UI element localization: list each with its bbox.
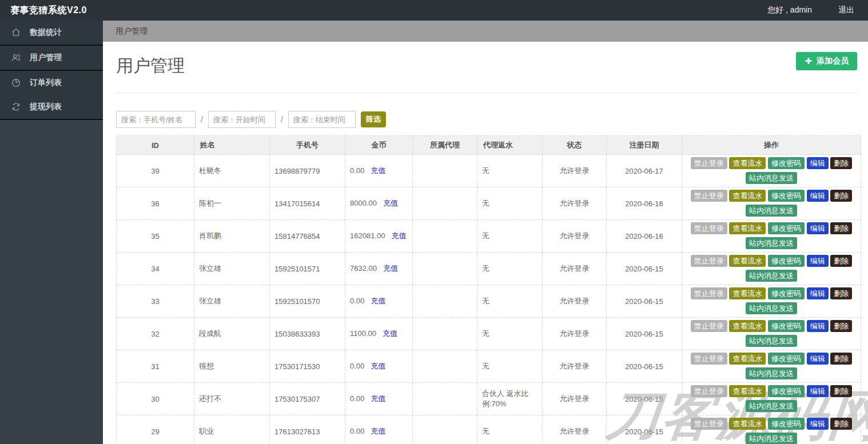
recharge-link[interactable]: 充值 xyxy=(383,199,398,207)
coins-amount: 0.00 xyxy=(350,297,364,305)
ban-login-button[interactable]: 禁止登录 xyxy=(691,222,727,234)
cell-agent xyxy=(413,285,477,318)
ban-login-button[interactable]: 禁止登录 xyxy=(691,353,727,365)
sidebar-item-user-management[interactable]: 用户管理 xyxy=(0,46,103,70)
search-end-time-input[interactable] xyxy=(288,111,356,128)
recharge-link[interactable]: 充值 xyxy=(383,329,397,338)
cell-id: 34 xyxy=(117,253,194,285)
change-password-button[interactable]: 修改密码 xyxy=(768,255,805,267)
send-site-message-button[interactable]: 站内消息发送 xyxy=(746,335,797,347)
edit-button[interactable]: 编辑 xyxy=(807,320,829,332)
ban-login-button[interactable]: 禁止登录 xyxy=(691,320,727,332)
view-flow-button[interactable]: 查看流水 xyxy=(729,287,766,299)
view-flow-button[interactable]: 查看流水 xyxy=(729,157,766,169)
delete-button[interactable]: 删除 xyxy=(830,157,852,169)
send-site-message-button[interactable]: 站内消息发送 xyxy=(746,237,797,249)
send-site-message-button[interactable]: 站内消息发送 xyxy=(746,367,797,379)
users-icon xyxy=(11,53,21,63)
change-password-button[interactable]: 修改密码 xyxy=(768,222,805,234)
delete-button[interactable]: 删除 xyxy=(830,385,852,397)
delete-button[interactable]: 删除 xyxy=(830,190,852,202)
recharge-link[interactable]: 充值 xyxy=(371,166,385,175)
header-id: ID xyxy=(117,136,194,155)
change-password-button[interactable]: 修改密码 xyxy=(768,320,805,332)
change-password-button[interactable]: 修改密码 xyxy=(768,287,805,299)
sidebar-item-order-list[interactable]: 订单列表 xyxy=(0,71,103,95)
send-site-message-button[interactable]: 站内消息发送 xyxy=(746,433,797,444)
view-flow-button[interactable]: 查看流水 xyxy=(729,418,766,430)
change-password-button[interactable]: 修改密码 xyxy=(768,385,805,397)
filter-button[interactable]: 筛选 xyxy=(361,111,386,127)
header-coins: 金币 xyxy=(345,136,413,155)
recharge-link[interactable]: 充值 xyxy=(371,297,385,305)
header-rebate: 代理返水 xyxy=(477,136,543,155)
edit-button[interactable]: 编辑 xyxy=(807,255,829,267)
edit-button[interactable]: 编辑 xyxy=(807,190,829,202)
recharge-link[interactable]: 充值 xyxy=(383,264,398,273)
refresh-icon xyxy=(11,102,21,112)
change-password-button[interactable]: 修改密码 xyxy=(768,157,805,169)
logout-link[interactable]: 退出 xyxy=(838,5,854,15)
cell-reg-date: 2020-06-17 xyxy=(607,155,682,187)
send-site-message-button[interactable]: 站内消息发送 xyxy=(746,205,797,217)
cell-reg-date: 2020-06-15 xyxy=(607,350,682,383)
search-start-time-input[interactable] xyxy=(208,111,276,128)
recharge-link[interactable]: 充值 xyxy=(371,427,385,435)
app-title: 赛事竞猜系统V2.0 xyxy=(0,5,103,17)
cell-rebate: 无 xyxy=(477,220,543,253)
edit-button[interactable]: 编辑 xyxy=(807,287,829,299)
cell-agent xyxy=(413,318,477,350)
delete-button[interactable]: 删除 xyxy=(830,255,852,267)
ban-login-button[interactable]: 禁止登录 xyxy=(691,418,727,430)
cell-coins: 8000.00充值 xyxy=(345,187,413,220)
recharge-link[interactable]: 充值 xyxy=(391,231,406,240)
recharge-link[interactable]: 充值 xyxy=(371,394,385,403)
delete-button[interactable]: 删除 xyxy=(830,287,852,299)
recharge-link[interactable]: 充值 xyxy=(371,362,385,370)
ban-login-button[interactable]: 禁止登录 xyxy=(691,157,727,169)
edit-button[interactable]: 编辑 xyxy=(807,157,829,169)
send-site-message-button[interactable]: 站内消息发送 xyxy=(746,172,797,184)
cell-agent xyxy=(413,220,477,253)
cell-phone: 13698879779 xyxy=(270,155,345,187)
breadcrumb: 用户管理 xyxy=(116,26,148,37)
ban-login-button[interactable]: 禁止登录 xyxy=(691,287,727,299)
search-phone-name-input[interactable] xyxy=(116,111,196,128)
cell-id: 31 xyxy=(117,350,194,383)
view-flow-button[interactable]: 查看流水 xyxy=(729,222,766,234)
edit-button[interactable]: 编辑 xyxy=(807,222,829,234)
cell-rebate: 合伙人 返水比例:70% xyxy=(477,383,543,415)
ban-login-button[interactable]: 禁止登录 xyxy=(691,385,727,397)
send-site-message-button[interactable]: 站内消息发送 xyxy=(746,302,797,314)
delete-button[interactable]: 删除 xyxy=(830,320,852,332)
cell-name: 张立雄 xyxy=(194,253,270,285)
cell-phone: 17530171530 xyxy=(270,350,345,383)
coins-amount: 162081.00 xyxy=(350,231,385,240)
view-flow-button[interactable]: 查看流水 xyxy=(729,190,766,202)
cell-rebate: 无 xyxy=(477,318,543,350)
delete-button[interactable]: 删除 xyxy=(830,418,852,430)
view-flow-button[interactable]: 查看流水 xyxy=(729,353,766,365)
coins-amount: 8000.00 xyxy=(350,199,377,207)
change-password-button[interactable]: 修改密码 xyxy=(768,418,805,430)
change-password-button[interactable]: 修改密码 xyxy=(768,190,805,202)
view-flow-button[interactable]: 查看流水 xyxy=(729,255,766,267)
sidebar-item-data-stats[interactable]: 数据统计 xyxy=(0,21,103,45)
send-site-message-button[interactable]: 站内消息发送 xyxy=(746,400,797,412)
cell-actions: 禁止登录 查看流水 修改密码 编辑 删除 站内消息发送 xyxy=(682,318,861,350)
sidebar: 数据统计 用户管理 订单列表 提现列表 xyxy=(0,21,103,444)
send-site-message-button[interactable]: 站内消息发送 xyxy=(746,270,797,282)
ban-login-button[interactable]: 禁止登录 xyxy=(691,190,727,202)
edit-button[interactable]: 编辑 xyxy=(807,385,829,397)
edit-button[interactable]: 编辑 xyxy=(807,353,829,365)
edit-button[interactable]: 编辑 xyxy=(807,418,829,430)
sidebar-item-withdraw-list[interactable]: 提现列表 xyxy=(0,95,103,119)
add-member-button[interactable]: ✚ 添加会员 xyxy=(796,52,857,70)
view-flow-button[interactable]: 查看流水 xyxy=(729,320,766,332)
change-password-button[interactable]: 修改密码 xyxy=(768,353,805,365)
view-flow-button[interactable]: 查看流水 xyxy=(729,385,766,397)
table-row: 33 张立雄 15925101570 0.00充值 无 允许登录 2020-06… xyxy=(117,285,861,318)
delete-button[interactable]: 删除 xyxy=(830,353,852,365)
ban-login-button[interactable]: 禁止登录 xyxy=(691,255,727,267)
delete-button[interactable]: 删除 xyxy=(830,222,852,234)
